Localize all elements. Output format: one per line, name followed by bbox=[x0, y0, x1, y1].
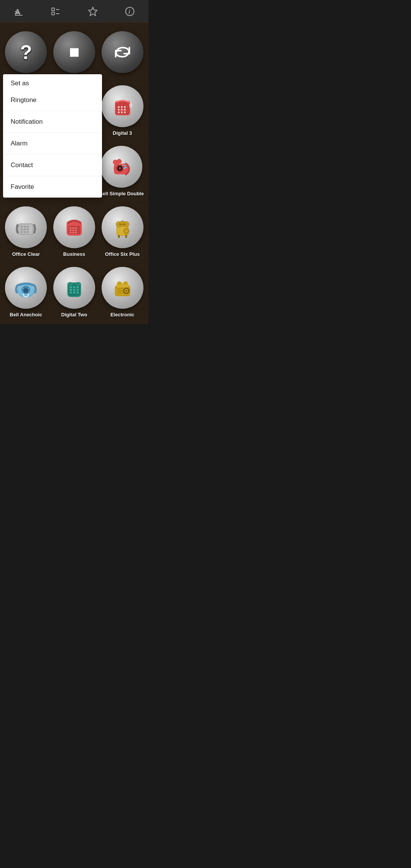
toolbar: A i bbox=[0, 0, 148, 22]
set-as-notification-option[interactable]: Notification bbox=[3, 111, 102, 133]
stop-button[interactable]: ⏹ bbox=[52, 27, 97, 76]
svg-text:i: i bbox=[129, 9, 131, 15]
text-sort-icon[interactable]: A bbox=[11, 4, 26, 19]
context-overlay[interactable]: Set as Ringtone Notification Alarm Conta… bbox=[0, 74, 148, 324]
shuffle-button[interactable] bbox=[100, 27, 145, 76]
svg-rect-4 bbox=[52, 8, 54, 11]
context-menu: Set as Ringtone Notification Alarm Conta… bbox=[3, 74, 102, 198]
svg-marker-8 bbox=[89, 7, 97, 16]
list-icon[interactable] bbox=[48, 4, 63, 19]
svg-rect-5 bbox=[52, 12, 54, 15]
action-row: ? ⏹ bbox=[2, 26, 147, 80]
set-as-header: Set as bbox=[3, 74, 102, 89]
question-button[interactable]: ? bbox=[3, 27, 48, 76]
set-as-contact-option[interactable]: Contact bbox=[3, 155, 102, 176]
set-as-alarm-option[interactable]: Alarm bbox=[3, 133, 102, 155]
set-as-favorite-option[interactable]: Favorite bbox=[3, 176, 102, 198]
info-icon[interactable]: i bbox=[122, 4, 137, 19]
favorites-icon[interactable] bbox=[85, 4, 100, 19]
set-as-ringtone-option[interactable]: Ringtone bbox=[3, 89, 102, 111]
